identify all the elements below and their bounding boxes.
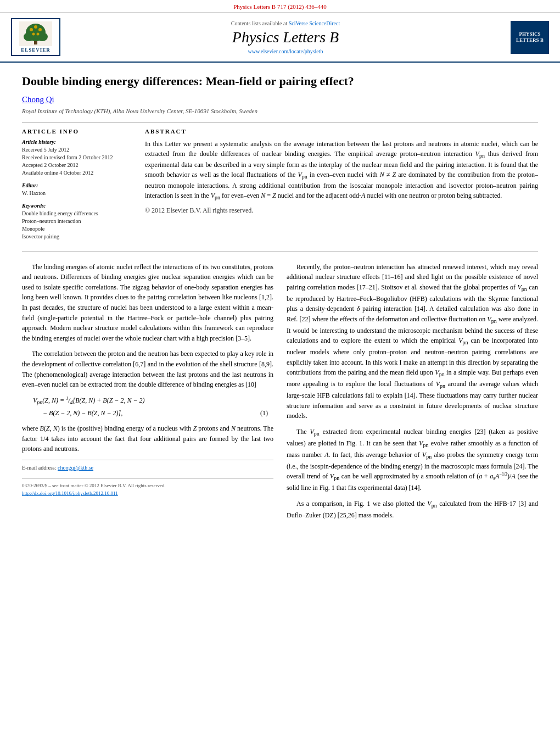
issn-line: 0370-2693/$ – see front matter © 2012 El… (22, 482, 273, 490)
bottom-copyright: 0370-2693/$ – see front matter © 2012 El… (22, 478, 273, 498)
keyword-1: Double binding energy differences (22, 210, 132, 217)
keyword-4: Isovector pairing (22, 233, 132, 241)
svg-point-9 (37, 33, 40, 36)
article-history-section: Article history: Received 5 July 2012 Re… (22, 139, 132, 177)
doi-link[interactable]: http://dx.doi.org/10.1016/j.physletb.201… (22, 490, 118, 496)
abstract-copyright: © 2012 Elsevier B.V. All rights reserved… (145, 205, 538, 215)
affiliation: Royal Institute of Technology (KTH), Alb… (22, 108, 538, 114)
body-left-para3: where B(Z, N) is the (positive) binding … (22, 423, 273, 454)
author-link[interactable]: Chong Qi (22, 95, 54, 104)
journal-logo-right: PHYSICS LETTERS B (511, 21, 549, 54)
journal-url[interactable]: www.elsevier.com/locate/physletb (66, 48, 505, 54)
available-date: Available online 4 October 2012 (22, 169, 132, 177)
keyword-2: Proton–neutron interaction (22, 217, 132, 225)
body-columns: The binding energies of atomic nuclei re… (22, 262, 538, 526)
body-left-column: The binding energies of atomic nuclei re… (22, 262, 273, 526)
sciverse-text: Contents lists available at (231, 20, 287, 26)
footnote-area: E-mail address: chongqi@kth.se (22, 460, 273, 472)
article-history-label: Article history: (22, 139, 132, 145)
journal-title: Physics Letters B (66, 29, 505, 46)
journal-center: Contents lists available at SciVerse Sci… (66, 20, 505, 54)
body-left-para1: The binding energies of atomic nuclei re… (22, 262, 273, 344)
svg-point-5 (30, 28, 33, 31)
journal-citation-bar: Physics Letters B 717 (2012) 436–440 (0, 0, 560, 13)
formula-line2: − B(Z − 2, N) − B(Z, N − 2)], (1) (33, 408, 273, 419)
body-right-para2: The Vpn extracted from experimental nucl… (287, 427, 538, 493)
keywords-label: Keywords: (22, 203, 132, 209)
journal-header: ELSEVIER Contents lists available at Sci… (0, 13, 560, 63)
editor-name: W. Haxton (22, 189, 132, 197)
elsevier-label: ELSEVIER (21, 47, 51, 53)
email-label: E-mail address: (22, 465, 56, 471)
svg-point-7 (38, 28, 42, 31)
revised-date: Received in revised form 2 October 2012 (22, 154, 132, 161)
abstract-heading: ABSTRACT (145, 128, 538, 135)
article-info: ARTICLE INFO Article history: Received 5… (22, 128, 132, 246)
body-right-para1: Recently, the proton–neutron interaction… (287, 262, 538, 421)
svg-point-8 (32, 33, 35, 36)
formula-block: Vpn(Z, N) = 1/4[B(Z, N) + B(Z − 2, N − 2… (33, 395, 273, 418)
abstract-text: In this Letter we present a systematic a… (145, 139, 538, 202)
main-content: Double binding energy differences: Mean-… (0, 63, 560, 537)
sciverse-line: Contents lists available at SciVerse Sci… (66, 20, 505, 26)
accepted-date: Accepted 2 October 2012 (22, 161, 132, 169)
formula-number: (1) (260, 408, 268, 419)
body-right-column: Recently, the proton–neutron interaction… (287, 262, 538, 526)
formula-line1: Vpn(Z, N) = 1/4[B(Z, N) + B(Z − 2, N − 2… (33, 395, 273, 407)
editor-section: Editor: W. Haxton (22, 182, 132, 197)
author-name: Chong Qi (22, 95, 538, 104)
article-meta: ARTICLE INFO Article history: Received 5… (22, 122, 538, 252)
received-date: Received 5 July 2012 (22, 146, 132, 154)
keyword-3: Monopole (22, 225, 132, 233)
svg-point-6 (34, 25, 37, 29)
journal-citation: Physics Letters B 717 (2012) 436–440 (233, 3, 327, 10)
elsevier-logo: ELSEVIER (11, 18, 60, 56)
doi-line: http://dx.doi.org/10.1016/j.physletb.201… (22, 490, 273, 498)
editor-label: Editor: (22, 182, 132, 188)
sciverse-link[interactable]: SciVerse ScienceDirect (289, 20, 340, 26)
abstract-section: ABSTRACT In this Letter we present a sys… (145, 128, 538, 246)
body-left-para2: The correlation between the proton and t… (22, 349, 273, 389)
article-title: Double binding energy differences: Mean-… (22, 74, 538, 90)
right-logo-text: PHYSICS LETTERS B (513, 31, 546, 43)
keywords-section: Keywords: Double binding energy differen… (22, 203, 132, 241)
elsevier-tree-icon (19, 21, 52, 46)
email-link[interactable]: chongqi@kth.se (58, 465, 93, 471)
body-right-para3: As a comparison, in Fig. 1 we also plott… (287, 499, 538, 520)
article-info-heading: ARTICLE INFO (22, 128, 132, 135)
